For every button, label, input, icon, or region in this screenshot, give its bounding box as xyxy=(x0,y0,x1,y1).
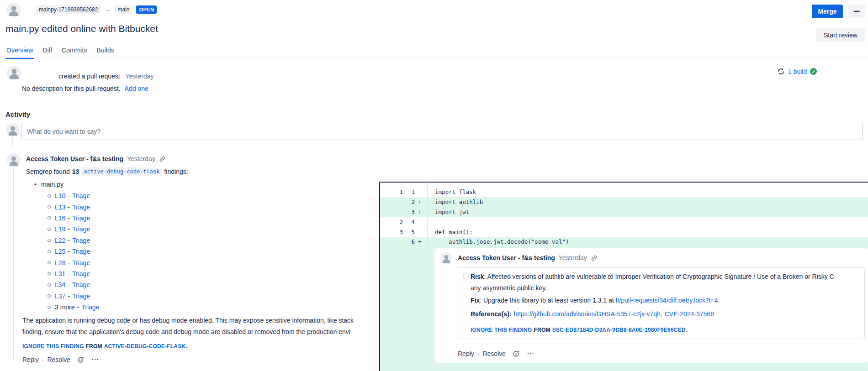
tab-commits[interactable]: Commits xyxy=(61,47,88,59)
old-line-number: 3 xyxy=(380,229,403,235)
build-count-link[interactable]: 1 build xyxy=(788,68,807,75)
finding-separator: - xyxy=(68,237,70,244)
fix-label: Fix xyxy=(471,297,480,304)
code-text: import jwt xyxy=(425,209,469,215)
source-branch-chip[interactable]: mainpy-1719939562682 xyxy=(36,5,101,14)
finding-line-link[interactable]: L31 xyxy=(55,270,65,277)
resolve-link[interactable]: Resolve xyxy=(47,356,70,363)
add-reaction-icon[interactable] xyxy=(513,350,520,357)
finding-triage-link[interactable]: Triage xyxy=(72,248,90,255)
file-list-item: • main.py xyxy=(34,181,64,188)
finding-triage-link[interactable]: Triage xyxy=(72,270,90,277)
diff-line-row[interactable]: 2 4 xyxy=(380,217,868,227)
tab-overview[interactable]: Overview xyxy=(5,47,34,59)
hollow-bullet-icon xyxy=(48,272,51,275)
comment-actions-row: Reply · Resolve ⋯ xyxy=(22,355,99,364)
diff-line-row[interactable]: 2 + import authlib xyxy=(380,197,868,207)
finding-triage-link[interactable]: Triage xyxy=(72,204,90,211)
ignore-rule-link[interactable]: ACTIVE-DEBUG-CODE-FLASK xyxy=(104,343,186,350)
ignore-finding-link[interactable]: IGNORE THIS FINDING xyxy=(22,343,84,350)
finding-list-item: L22 - Triage xyxy=(48,235,99,246)
finding-line-link[interactable]: L13 xyxy=(55,204,65,211)
merge-button[interactable]: Merge xyxy=(812,5,843,18)
reference-link-1[interactable]: https://github.com/advisories/GHSA-5357-… xyxy=(513,310,660,318)
diff-line-row[interactable]: 3 5 def main(): xyxy=(380,227,868,237)
tabs-divider xyxy=(0,57,868,58)
added-marker: + xyxy=(415,238,425,245)
start-review-button[interactable]: Start review xyxy=(816,28,865,42)
reference-link-2[interactable]: CVE-2024-37568 xyxy=(665,310,714,318)
add-reaction-icon[interactable] xyxy=(77,356,85,363)
finding-line-link[interactable]: L16 xyxy=(55,214,65,222)
new-line-number: 4 xyxy=(403,219,415,225)
reply-link[interactable]: Reply xyxy=(458,350,474,357)
finding-separator: - xyxy=(68,259,70,266)
comment-more-icon[interactable]: ⋯ xyxy=(91,355,99,364)
risk-line-2: any asymmetric public key. xyxy=(471,283,864,293)
diff-line-row[interactable]: 1 1 import flask xyxy=(380,187,868,197)
file-name: main.py xyxy=(41,181,64,188)
risk-text: : Affected versions of authlib are vulne… xyxy=(484,273,834,280)
finding-triage-link[interactable]: Triage xyxy=(72,192,90,199)
diff-line-row[interactable]: 3 + import jwt xyxy=(380,207,868,217)
comma: , xyxy=(661,310,662,318)
resolve-link[interactable]: Resolve xyxy=(482,350,506,357)
tab-builds[interactable]: Builds xyxy=(95,47,115,59)
finding-line-link[interactable]: 3 more xyxy=(55,303,75,311)
finding-triage-link[interactable]: Triage xyxy=(72,293,90,300)
gutter-separator xyxy=(427,183,428,247)
target-branch-chip[interactable]: main xyxy=(115,5,132,14)
add-description-link[interactable]: Add one xyxy=(125,85,148,92)
finding-line-link[interactable]: L34 xyxy=(55,281,65,288)
finding-line-link[interactable]: L19 xyxy=(55,225,65,233)
finding-triage-link[interactable]: Triage xyxy=(72,281,90,288)
finding-line-link[interactable]: L25 xyxy=(55,248,65,255)
finding-triage-link[interactable]: Triage xyxy=(72,237,90,244)
finding-separator: - xyxy=(68,248,70,255)
ignore-finding-link[interactable]: IGNORE THIS FINDING xyxy=(471,327,532,333)
permalink-icon[interactable] xyxy=(159,156,166,162)
comment-author-name: Access Token User - f&s testing xyxy=(26,155,123,162)
comment-more-icon[interactable]: ⋯ xyxy=(527,349,535,358)
comment-author-avatar xyxy=(7,153,21,167)
finding-triage-link[interactable]: Triage xyxy=(81,303,99,311)
builds-refresh-icon[interactable] xyxy=(777,68,785,75)
ignore-rule-link[interactable]: SSC-ED87184D-D3AA-9DB8-8A0E-1980F9E66CED xyxy=(552,327,686,333)
finding-list-item: L10 - Triage xyxy=(48,190,99,201)
added-marker: + xyxy=(415,209,425,215)
pr-created-timestamp: Yesterday xyxy=(126,73,154,80)
diff-line-row[interactable]: 6 + authlib.jose.jwt.decode("some-val") xyxy=(380,237,868,247)
semgrep-summary-row: Semgrep found 13 active-debug-code-flask… xyxy=(26,167,188,176)
dot-separator: · xyxy=(477,350,480,357)
finding-checkbox[interactable] xyxy=(463,273,469,279)
comment-input[interactable] xyxy=(21,123,863,140)
tab-diff[interactable]: Diff xyxy=(42,47,53,59)
finding-line-link[interactable]: L10 xyxy=(55,192,65,199)
new-line-number: 2 xyxy=(403,199,415,205)
hollow-bullet-icon xyxy=(48,294,51,298)
finding-line-link[interactable]: L28 xyxy=(55,259,65,266)
dot-separator: · xyxy=(42,356,44,363)
semgrep-intro: Semgrep found xyxy=(26,168,70,175)
description-line-2: finding, ensure that the application's d… xyxy=(22,326,354,338)
added-marker: + xyxy=(415,199,425,205)
more-actions-button[interactable]: ••• xyxy=(848,5,865,18)
summary-author-avatar xyxy=(7,66,21,80)
permalink-icon[interactable] xyxy=(591,255,598,261)
hollow-bullet-icon xyxy=(48,216,51,219)
finding-line-link[interactable]: L37 xyxy=(55,293,65,300)
finding-triage-link[interactable]: Triage xyxy=(72,225,90,233)
finding-line-link[interactable]: L22 xyxy=(55,237,65,244)
description-line-1: The application is running debug code or… xyxy=(22,315,354,326)
reply-link[interactable]: Reply xyxy=(22,356,39,363)
arrow-right-icon: → xyxy=(105,6,111,13)
finding-triage-link[interactable]: Triage xyxy=(72,259,90,266)
finding-separator: - xyxy=(68,293,70,300)
pr-description-row: No description for this pull request. Ad… xyxy=(22,85,148,92)
inline-comment-actions-row: Reply · Resolve ⋯ xyxy=(458,349,535,358)
pr-created-row: created a pull request Yesterday xyxy=(58,73,153,80)
current-user-avatar xyxy=(6,123,20,137)
fix-link[interactable]: ft/pull-requests/34/diff:oetry.lock?t=4 xyxy=(616,297,718,304)
code-text: import authlib xyxy=(425,199,483,205)
finding-triage-link[interactable]: Triage xyxy=(72,214,90,222)
